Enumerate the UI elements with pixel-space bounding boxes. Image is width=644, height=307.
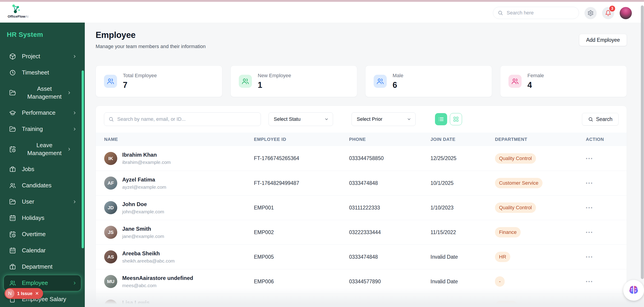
employee-department-cell: Quality Control <box>495 202 586 213</box>
employee-name: MeesnAairastore undefined <box>122 275 193 281</box>
main-content: Employee Manage your team members and th… <box>85 23 644 307</box>
employee-email: sheikh.areeba@abc.com <box>122 258 175 264</box>
row-actions-button[interactable]: ••• <box>586 158 627 159</box>
employee-join-date: Invalid Date <box>430 278 495 285</box>
table-body: IK Ibrahim Khan ibrahim@example.com FT-1… <box>96 146 627 307</box>
sidebar-item-timesheet[interactable]: Timesheet <box>4 65 81 81</box>
issue-badge-close-icon[interactable]: ✕ <box>35 291 39 296</box>
employee-name-cell: AS Areeba Sheikh sheikh.areeba@abc.com <box>104 250 254 264</box>
sidebar-item-icon <box>9 126 16 133</box>
department-badge: - <box>495 276 505 287</box>
sidebar-item-label: Jobs <box>22 165 72 173</box>
sidebar-item-candidates[interactable]: Candidates <box>4 177 81 194</box>
employee-avatar: JS <box>104 226 117 239</box>
chevron-right-icon <box>72 127 77 131</box>
settings-button[interactable] <box>584 7 597 19</box>
employee-email: john@example.com <box>122 209 164 214</box>
sidebar-item-icon <box>9 182 16 189</box>
employee-avatar: JD <box>104 201 117 214</box>
column-name: NAME <box>104 137 254 142</box>
stat-users-icon <box>104 75 117 88</box>
logo-molecule-icon <box>11 4 21 14</box>
stat-label: Female <box>528 73 544 79</box>
column-department: DEPARTMENT <box>495 137 586 142</box>
stat-label: New Employee <box>258 73 291 79</box>
sidebar-item-training[interactable]: Training <box>4 121 81 137</box>
sidebar-item-project[interactable]: Project <box>4 48 81 65</box>
page-scrollbar-thumb[interactable] <box>641 6 644 279</box>
sidebar-item-overtime[interactable]: Overtime <box>4 226 81 242</box>
employee-name: Lisa Lewis <box>122 299 174 306</box>
brain-icon <box>628 284 640 296</box>
app-logo: OfficeFlowAi <box>8 4 35 18</box>
row-actions-button[interactable]: ••• <box>586 182 627 184</box>
page-subtitle: Manage your team members and their infor… <box>96 44 627 50</box>
sidebar-item-user[interactable]: User <box>4 194 81 210</box>
employee-join-date: 12/25/2025 <box>430 155 495 161</box>
employee-phone: 0333474848 <box>349 180 430 186</box>
grid-view-button[interactable] <box>450 113 462 125</box>
global-search <box>493 7 579 19</box>
employee-department-cell: Finance <box>495 227 586 237</box>
sidebar-item-icon <box>9 53 16 60</box>
top-accent-strip <box>0 0 644 2</box>
issue-badge-label: 1 Issue <box>17 291 32 296</box>
department-badge: HR <box>495 252 510 262</box>
hr-system-app: OfficeFlowAi 3 HR System Project Timeshe… <box>0 0 644 307</box>
column-join-date: JOIN DATE <box>430 137 495 142</box>
table-search <box>104 112 261 126</box>
sidebar-item-icon <box>9 198 16 205</box>
row-actions-button[interactable]: ••• <box>586 256 627 258</box>
sidebar-item-department[interactable]: Department <box>4 259 81 275</box>
status-select[interactable]: Select Statu <box>268 112 333 126</box>
sidebar-item-label: Employee <box>22 279 72 287</box>
employee-panel: Select Statu Select Prior <box>96 106 627 307</box>
list-view-button[interactable] <box>435 113 447 125</box>
search-button-label: Search <box>596 116 612 122</box>
row-actions-button[interactable]: ••• <box>586 231 627 233</box>
notifications-button[interactable]: 3 <box>602 7 614 19</box>
grid-view-icon <box>453 116 459 122</box>
table-search-input[interactable] <box>104 112 261 126</box>
stat-value: 4 <box>528 80 544 90</box>
profile-avatar[interactable] <box>620 7 632 19</box>
chevron-right-icon <box>72 200 77 204</box>
sidebar-item-asset-management[interactable]: Asset Management <box>4 81 81 105</box>
employee-name: Ayzel Fatima <box>122 177 166 183</box>
search-button[interactable]: Search <box>582 113 618 126</box>
sidebar-item-performance[interactable]: Performance <box>4 105 81 121</box>
employee-id: EMP003 <box>254 303 349 307</box>
employee-join-date: 11/15/2022 <box>430 229 495 235</box>
sidebar-item-icon <box>9 215 16 221</box>
employee-name: John Doe <box>122 201 164 207</box>
row-actions-button[interactable]: ••• <box>586 305 627 307</box>
row-actions-button[interactable]: ••• <box>586 280 627 282</box>
chevron-right-icon <box>72 111 77 115</box>
logo-wordmark: OfficeFlowAi <box>8 15 28 18</box>
sidebar-item-label: Asset Management <box>22 81 67 105</box>
priority-select[interactable]: Select Prior <box>352 112 416 126</box>
dev-issue-badge[interactable]: N 1 Issue ✕ <box>4 288 43 299</box>
sidebar-item-jobs[interactable]: Jobs <box>4 161 81 177</box>
status-select-value: Select Statu <box>274 116 300 122</box>
employee-avatar: IK <box>104 152 117 165</box>
employee-phone: 04328383 <box>349 303 430 307</box>
employee-join-date: Invalid Date <box>430 254 495 260</box>
search-icon <box>498 10 503 16</box>
employee-email: ibrahim@example.com <box>122 160 171 165</box>
sidebar-item-holidays[interactable]: Holidays <box>4 210 81 226</box>
employee-id: FT-1764829499487 <box>254 180 349 186</box>
sidebar-item-label: Performance <box>22 109 72 117</box>
sidebar-item-calendar[interactable]: Calendar <box>4 242 81 259</box>
employee-id: FT-1766745265364 <box>254 155 349 161</box>
column-phone: PHONE <box>349 137 430 142</box>
stat-value: 7 <box>123 80 157 90</box>
global-search-input[interactable] <box>506 10 574 16</box>
add-employee-button[interactable]: Add Employee <box>579 34 627 46</box>
employee-avatar: AS <box>104 250 117 263</box>
sidebar-item-leave-management[interactable]: Leave Management <box>4 137 81 161</box>
employee-name: Ibrahim Khan <box>122 152 171 158</box>
row-actions-button[interactable]: ••• <box>586 207 627 209</box>
extension-bubble[interactable] <box>623 280 644 301</box>
sidebar-scrollbar-thumb[interactable] <box>82 70 84 248</box>
